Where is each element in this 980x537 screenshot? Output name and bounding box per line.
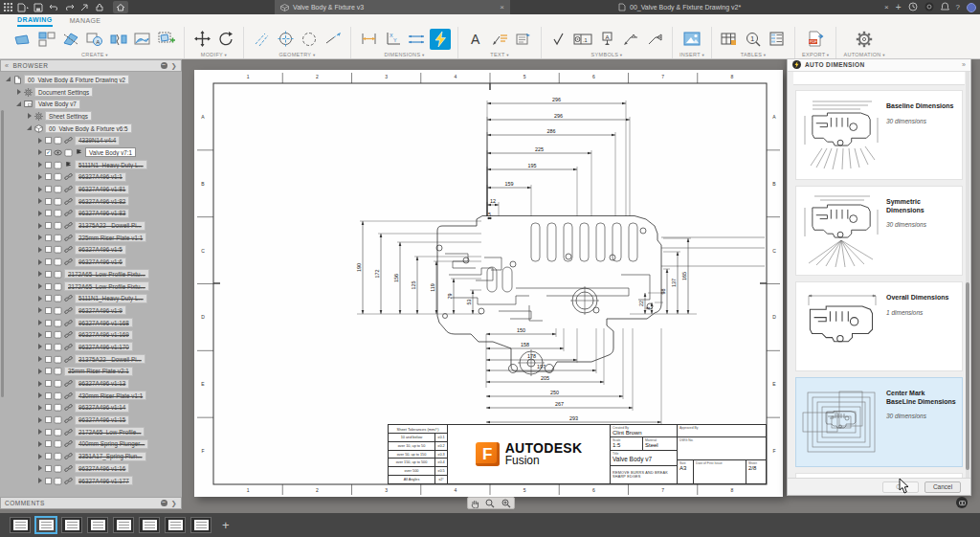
visibility-checkbox[interactable] [45,210,52,216]
tree-item[interactable]: 2172A65_Low-Profile Fixtu... [0,280,182,293]
drawing-sheet[interactable]: 1122334455667788AABBCCDDEEFF [194,70,783,497]
tree-item[interactable]: 96327A496 v1:83 [0,208,182,220]
balloon-icon[interactable]: 1 [743,29,764,50]
extensions-icon[interactable] [92,1,107,13]
group-label[interactable]: DIMENSIONS [385,52,425,57]
valve-body-view[interactable] [436,216,661,377]
eye-icon[interactable] [54,148,62,157]
tree-item[interactable]: 96327A496 v1:168 [0,317,182,329]
tree-item[interactable]: 96327A496 v1:13 [0,377,182,390]
tree-item[interactable]: 96327A496 v1:82 [0,195,182,208]
collapse-panel-icon[interactable]: » [962,61,966,68]
group-label[interactable]: EXPORT [802,52,829,57]
circle-icon[interactable] [299,29,320,50]
expand-arrow-icon[interactable] [27,113,33,119]
visibility-checkbox[interactable] [45,320,52,326]
visibility-checkbox[interactable] [45,392,52,399]
dimension-card[interactable]: Baseline Dimensions 30 dimensions [795,90,963,180]
sheet-thumbnail[interactable] [87,517,108,533]
help-icon[interactable]: ? [956,3,960,11]
surface-texture-icon[interactable] [548,29,569,50]
tab-drawing[interactable]: DRAWING [17,16,53,27]
expand-arrow-icon[interactable] [37,271,43,277]
minimize-icon[interactable]: − [161,62,167,69]
expand-arrow-icon[interactable] [27,125,33,131]
table-icon[interactable] [719,29,740,50]
tree-item[interactable]: 2172A65_Low-Profile Fixtu... [0,268,182,280]
tree-item[interactable]: 4339N14 v4:4 [0,134,182,146]
expand-arrow-icon[interactable] [37,296,43,302]
visibility-checkbox[interactable] [45,307,52,314]
history-icon[interactable] [908,2,918,13]
tree-item[interactable]: 35mm Riser Plate v2:1 [0,366,182,378]
group-label[interactable]: TABLES [741,52,767,57]
job-status-icon[interactable] [924,2,934,13]
frame-text-icon[interactable] [513,29,534,50]
expand-arrow-icon[interactable] [37,441,43,447]
expand-arrow-icon[interactable] [37,332,43,338]
sheet-thumbnail[interactable] [35,517,56,533]
tree-item[interactable]: 5111N1_Heavy Duty L... [0,159,182,171]
visibility-checkbox[interactable] [45,271,52,278]
expand-arrow-icon[interactable] [37,454,43,459]
minimize-icon[interactable]: − [161,500,167,506]
expand-arrow-icon[interactable] [37,162,43,168]
expand-arrow-icon[interactable] [37,187,43,192]
expand-arrow-icon[interactable] [37,247,43,253]
add-sheet-button[interactable]: + [222,518,230,532]
group-label[interactable]: TEXT [490,52,508,57]
tree-item[interactable]: 96327A496 v1:81 [0,183,182,195]
detail-view-icon[interactable]: A [84,29,105,50]
tree-item[interactable]: 96327A496 v1:6 [0,256,182,268]
tree-item[interactable]: 225mm Riser Plate v1:1 [0,232,182,244]
cancel-button[interactable]: Cancel [924,481,961,493]
visibility-checkbox[interactable] [45,344,52,350]
tree-item[interactable]: 96327A496 v1:9 [0,304,182,317]
tree-item[interactable]: Sheet Settings [0,110,182,123]
group-label[interactable]: MODIFY [201,52,227,57]
taper-symbol-icon[interactable] [644,29,665,50]
visibility-checkbox[interactable] [45,356,52,363]
visibility-checkbox[interactable] [45,440,52,447]
visibility-checkbox[interactable] [45,380,52,387]
weld-symbol-icon[interactable] [620,29,641,50]
expand-arrow-icon[interactable] [37,478,43,483]
move-icon[interactable] [191,29,212,50]
visibility-checkbox[interactable] [45,368,52,374]
tree-item[interactable]: 96327A496 v1:1 [0,171,182,184]
dimension-card[interactable]: Symmetric Dimensions 30 dimensions [795,186,963,276]
export-pdf-icon[interactable]: PDF [805,29,826,50]
comments-header[interactable]: COMMENTS − ❯ [0,497,182,509]
zoom-window-icon[interactable] [501,499,511,508]
group-label[interactable]: INSERT [679,52,704,57]
dimension-icon[interactable] [358,29,379,50]
undo-icon[interactable] [46,1,61,13]
visibility-checkbox[interactable] [45,416,52,423]
document-tab-active[interactable]: 00_Valve Body & Fixture Drawing v2* [612,0,852,14]
visibility-checkbox[interactable] [45,222,52,229]
group-label[interactable]: GEOMETRY [279,52,316,57]
scrollbar[interactable] [1,110,4,397]
break-out-view-icon[interactable] [132,29,153,50]
share-icon[interactable] [77,1,92,13]
chevron-right-icon[interactable]: ❯ [171,500,177,507]
tree-item[interactable]: 5111N1_Heavy Duty L... [0,292,182,304]
expand-arrow-icon[interactable] [16,101,22,107]
expand-arrow-icon[interactable] [37,417,43,423]
tree-item[interactable]: 96327A496 v1:177 [0,475,182,487]
home-icon[interactable] [113,1,128,13]
expand-arrow-icon[interactable] [37,259,43,265]
capture-icon[interactable] [956,497,968,508]
tree-item[interactable]: 3351A17_Spring Plun... [0,450,182,462]
tree-item[interactable]: 2172A65_Low-Profile... [0,426,182,438]
expand-arrow-icon[interactable] [37,138,43,144]
centerline-icon[interactable] [251,29,272,50]
projected-view-icon[interactable] [36,29,57,50]
visibility-checkbox[interactable] [45,137,52,144]
tree-item[interactable]: 00_Valve Body & Fixture v6:5 [0,123,182,135]
tree-item[interactable]: 31375A22 - Dowell Pi... [0,219,182,232]
expand-arrow-icon[interactable] [37,149,43,155]
sheet-thumbnail[interactable] [139,517,160,533]
ok-button[interactable]: OK [882,481,919,493]
tree-item[interactable]: 400mm Spring Plunger... [0,438,182,451]
